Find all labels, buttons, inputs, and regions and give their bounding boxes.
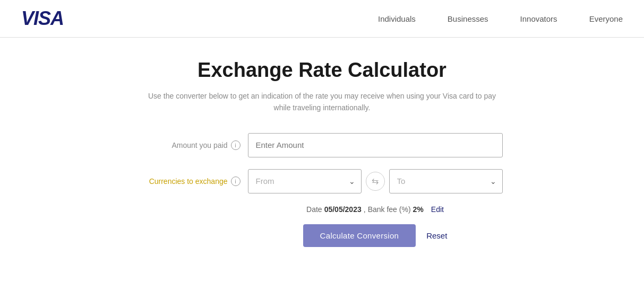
amount-input[interactable]	[248, 133, 503, 157]
main-content: Exchange Rate Calculator Use the convert…	[0, 38, 644, 263]
nav-item-individuals[interactable]: Individuals	[378, 14, 416, 23]
amount-row: Amount you paid i	[142, 133, 503, 157]
nav-item-businesses[interactable]: Businesses	[448, 14, 488, 23]
date-fee-row: Date 05/05/2023 , Bank fee (%) 2% Edit	[142, 205, 503, 214]
nav-item-innovators[interactable]: Innovators	[520, 14, 557, 23]
date-label: Date	[306, 205, 322, 214]
bank-fee-label: Bank fee (%)	[368, 205, 411, 214]
amount-label: Amount you paid i	[142, 140, 248, 150]
exchange-form: Amount you paid i Currencies to exchange…	[142, 133, 503, 247]
currencies-info-icon[interactable]: i	[231, 177, 241, 186]
visa-logo: VISA	[21, 7, 64, 30]
nav: Individuals Businesses Innovators Everyo…	[378, 14, 623, 23]
currency-selects: From ⌄ ⇆ To ⌄	[248, 169, 503, 193]
calculate-button[interactable]: Calculate Conversion	[303, 224, 416, 247]
header: VISA Individuals Businesses Innovators E…	[0, 0, 644, 38]
currencies-row: Currencies to exchange i From ⌄ ⇆ To	[142, 169, 503, 193]
from-select-wrapper: From ⌄	[248, 169, 362, 193]
from-currency-select[interactable]: From	[248, 169, 362, 193]
currencies-label: Currencies to exchange i	[142, 177, 248, 186]
page-title: Exchange Rate Calculator	[198, 59, 446, 82]
reset-button[interactable]: Reset	[426, 231, 447, 240]
swap-button[interactable]: ⇆	[366, 172, 385, 191]
subtitle: Use the converter below to get an indica…	[147, 90, 497, 114]
bank-fee-value: 2%	[413, 205, 424, 214]
to-select-wrapper: To ⌄	[389, 169, 503, 193]
date-value: 05/05/2023	[324, 205, 362, 214]
swap-icon: ⇆	[372, 176, 379, 186]
buttons-row: Calculate Conversion Reset	[142, 224, 503, 247]
edit-link[interactable]: Edit	[431, 205, 444, 214]
amount-info-icon[interactable]: i	[231, 140, 241, 150]
to-currency-select[interactable]: To	[389, 169, 503, 193]
nav-item-everyone[interactable]: Everyone	[589, 14, 623, 23]
